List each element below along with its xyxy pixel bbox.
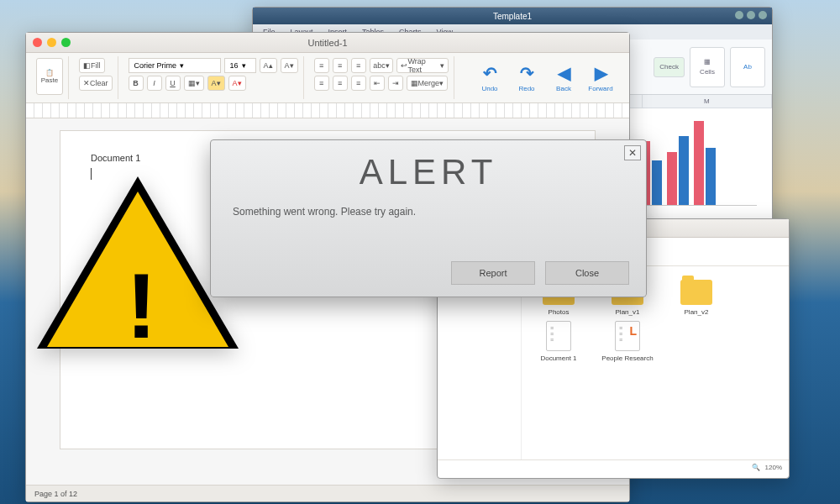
indent-right-button[interactable]: ⇥ (388, 76, 403, 91)
minimize-icon[interactable] (735, 11, 743, 19)
font-size-select[interactable]: 16 ▾ (224, 58, 256, 73)
align-middle-button[interactable]: ≡ (333, 58, 348, 73)
forward-button[interactable]: ▶Forward (582, 63, 619, 92)
spellcheck-button[interactable]: abc▾ (370, 58, 394, 73)
underline-button[interactable]: U (165, 76, 181, 91)
merge-button[interactable]: ▦ Merge ▾ (407, 76, 449, 91)
ribbon-cells-button[interactable]: ▦Cells (690, 47, 725, 87)
word-ribbon: 📋 Paste ◧ Fill ✕ Clear Corier Prime ▾ 16… (26, 53, 629, 103)
chart-bar (652, 160, 662, 205)
font-select[interactable]: Corier Prime ▾ (129, 58, 221, 73)
file-label: Plan_v2 (685, 308, 709, 316)
chart-bar (667, 152, 677, 205)
chart-bar (694, 121, 704, 205)
close-button[interactable]: Close (545, 261, 629, 285)
align-center-button[interactable]: ≡ (333, 76, 348, 91)
paste-button[interactable]: 📋 Paste (36, 58, 63, 95)
file-icon: ≡≡≡ (546, 321, 571, 351)
file-item[interactable]: ≡≡≡People Research (597, 321, 658, 362)
alert-dialog: ✕ ALERT Something went wrong. Please try… (210, 139, 647, 297)
indent-left-button[interactable]: ⇤ (370, 76, 385, 91)
zoom-icon: 🔍 (752, 464, 760, 471)
ribbon-check-button[interactable]: Check (654, 57, 685, 77)
align-bottom-button[interactable]: ≡ (351, 58, 366, 73)
ribbon-format-button[interactable]: Ab (730, 47, 765, 87)
chart-bar (706, 148, 716, 205)
file-label: Photos (549, 308, 570, 316)
exclamation-icon: ! (126, 252, 157, 359)
border-button[interactable]: ▦▾ (184, 76, 204, 91)
word-title: Untitled-1 (307, 38, 347, 48)
minimize-icon[interactable] (47, 38, 56, 47)
column-header[interactable]: M (643, 95, 773, 108)
file-label: People Research (601, 354, 653, 362)
forward-icon: ▶ (595, 63, 607, 83)
spreadsheet-titlebar[interactable]: Template1 (253, 8, 772, 24)
clear-button[interactable]: ✕ Clear (79, 76, 113, 91)
fill-button[interactable]: ◧ Fill (79, 58, 105, 73)
align-top-button[interactable]: ≡ (314, 58, 329, 73)
align-left-button[interactable]: ≡ (314, 76, 329, 91)
undo-button[interactable]: ↶Undo (471, 63, 508, 92)
file-browser-statusbar: 🔍 120% (438, 459, 789, 475)
file-item[interactable]: Plan_v2 (666, 280, 727, 316)
align-right-button[interactable]: ≡ (351, 76, 366, 91)
redo-icon: ↷ (520, 63, 534, 83)
clipboard-icon: 📋 (45, 69, 54, 76)
file-label: Document 1 (540, 354, 576, 362)
spreadsheet-title: Template1 (493, 12, 532, 21)
file-icon: ≡≡≡ (615, 321, 640, 351)
bold-button[interactable]: B (129, 76, 144, 91)
alert-message: Something went wrong. Please try again. (211, 192, 646, 218)
wrap-text-button[interactable]: ↩ Wrap Text ▾ (396, 58, 449, 73)
highlight-button[interactable]: A▾ (207, 76, 225, 91)
file-item[interactable]: ≡≡≡Document 1 (528, 321, 589, 362)
redo-button[interactable]: ↷Redo (508, 63, 545, 92)
folder-icon (680, 280, 712, 305)
word-titlebar[interactable]: Untitled-1 (26, 33, 629, 53)
shrink-font-button[interactable]: A▾ (281, 58, 298, 73)
word-statusbar: Page 1 of 12 (26, 485, 629, 501)
italic-button[interactable]: I (147, 76, 162, 91)
back-button[interactable]: ◀Back (545, 63, 582, 92)
close-icon[interactable] (759, 11, 767, 19)
maximize-icon[interactable] (747, 11, 755, 19)
close-icon[interactable] (33, 38, 42, 47)
zoom-level: 120% (765, 464, 782, 471)
alert-title: ALERT (211, 152, 646, 192)
grow-font-button[interactable]: A▴ (260, 58, 277, 73)
back-icon: ◀ (558, 63, 570, 83)
ruler[interactable] (26, 103, 629, 118)
undo-icon: ↶ (483, 63, 497, 83)
font-color-button[interactable]: A▾ (228, 76, 246, 91)
page-counter: Page 1 of 12 (34, 490, 77, 498)
report-button[interactable]: Report (451, 261, 535, 285)
file-label: Plan_v1 (616, 308, 640, 316)
chart-bar (679, 136, 689, 205)
dialog-close-button[interactable]: ✕ (624, 145, 641, 160)
maximize-icon[interactable] (61, 38, 71, 47)
